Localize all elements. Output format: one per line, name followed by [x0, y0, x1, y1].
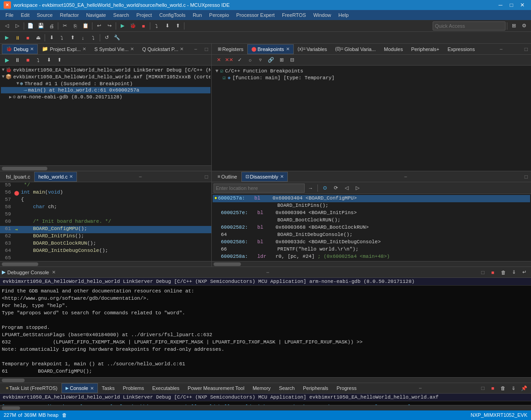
tab-executables[interactable]: Executables: [148, 383, 184, 393]
memory-reset[interactable]: ↺: [102, 33, 112, 43]
tree-item-2[interactable]: ▼ ⊕ Thread #1 1 (Suspended : Breakpoint): [1, 80, 210, 87]
debugger-console-close[interactable]: ✕: [52, 270, 56, 275]
toolbar-save-btn[interactable]: 💾: [36, 21, 46, 31]
console-clear[interactable]: 🗑: [498, 267, 508, 277]
debug-tree-pause[interactable]: ⏸: [12, 55, 22, 65]
code-hscroll[interactable]: [0, 261, 211, 266]
bp-show-supported[interactable]: ▿: [255, 55, 266, 65]
tab-progress[interactable]: Progress: [332, 383, 361, 393]
debug-tree-stop[interactable]: ■: [23, 55, 33, 65]
tab-registers[interactable]: ⊞ Registers: [214, 44, 247, 54]
toolbar-stop-btn[interactable]: ■: [138, 21, 148, 31]
disasm-sync[interactable]: ⟳: [331, 183, 341, 193]
bp-enable-all[interactable]: ✓: [235, 55, 245, 65]
menu-processorexpert[interactable]: Processor Expert: [233, 11, 278, 19]
tab-bp-close[interactable]: ✕: [286, 46, 290, 51]
btm-clear[interactable]: 🗑: [498, 383, 508, 393]
bottom-minimize[interactable]: −: [417, 385, 423, 391]
btm-hscroll[interactable]: [0, 405, 531, 410]
toolbar-debug-btn[interactable]: 🐞: [128, 21, 138, 31]
tab-disassembly[interactable]: ⊡ Disassembly ✕: [241, 172, 288, 182]
tab-symbol-close[interactable]: ✕: [130, 46, 134, 51]
menu-freertos[interactable]: FreeRTOS: [278, 11, 310, 19]
code-maximize[interactable]: □: [204, 174, 209, 180]
tab-search[interactable]: Search: [275, 383, 299, 393]
tab-peripherals-bottom[interactable]: Peripherals: [299, 383, 332, 393]
tab-debug[interactable]: 🐞 Debug ✕: [2, 44, 38, 54]
toolbar-undo-btn[interactable]: ↩: [94, 21, 104, 31]
resume-btn[interactable]: ▶: [2, 33, 12, 43]
bottom-console-output[interactable]: [MCUXpresso Semihosting Telnet console f…: [0, 401, 531, 405]
bp-maximize[interactable]: □: [523, 46, 529, 52]
debug-tree-stepover[interactable]: ⤵: [33, 55, 43, 65]
tab-fsl-lpuart[interactable]: fsl_lpuart.c: [2, 172, 34, 182]
menu-run[interactable]: Run: [189, 11, 205, 19]
btm-scroll[interactable]: ⇓: [509, 383, 519, 393]
step-into2[interactable]: ⬇: [46, 33, 56, 43]
toolbar-back-btn[interactable]: ◁: [2, 21, 12, 31]
btm-stop[interactable]: ■: [488, 383, 498, 393]
location-input[interactable]: [214, 184, 305, 193]
bp-delete[interactable]: ✕: [214, 55, 224, 65]
suspend-btn[interactable]: ⏸: [12, 33, 22, 43]
status-gc-icon[interactable]: 🗑: [62, 412, 67, 418]
toolbar-perspectives[interactable]: ⊞: [509, 21, 519, 31]
tab-peripherals[interactable]: Peripherals+: [407, 44, 444, 54]
tab-task-list[interactable]: ≡ Task List (FreeRTOS): [2, 383, 61, 393]
bp-collapse-all[interactable]: ⊟: [287, 55, 297, 65]
disconnect-btn[interactable]: ⏏: [33, 33, 43, 43]
bp-expand-all[interactable]: ⊞: [276, 55, 286, 65]
tab-project-explorer[interactable]: 📁 Project Expl... ✕: [38, 44, 90, 54]
debug-tree-resume[interactable]: ▶: [2, 55, 12, 65]
debug-hscroll[interactable]: [0, 165, 211, 171]
tree-item-0[interactable]: ▼ 🐞 evkbimxrt1050_EA_helloWorld_hello_wo…: [1, 67, 210, 73]
tab-quickstart-close[interactable]: ✕: [180, 46, 184, 51]
tab-quickstart[interactable]: Q Quickstart P... ✕: [138, 44, 188, 54]
tab-problems[interactable]: Problems: [119, 383, 148, 393]
tab-power-meas[interactable]: Power Measurement Tool: [184, 383, 249, 393]
menu-navigate[interactable]: Navigate: [82, 11, 109, 19]
toolbar-cut-btn[interactable]: ✂: [60, 21, 70, 31]
tab-breakpoints[interactable]: ⬤ Breakpoints ✕: [247, 44, 293, 54]
console-hscroll[interactable]: [0, 377, 531, 383]
console-stop[interactable]: ■: [488, 267, 498, 277]
menu-help[interactable]: Help: [335, 11, 352, 19]
disasm-link-pc[interactable]: ⊙: [320, 183, 330, 193]
bp-item-0[interactable]: ☑ ◈ [function: main] [type: Temporary]: [214, 74, 529, 81]
console-output[interactable]: Find the GDB manual and other documentat…: [0, 286, 531, 377]
quick-access-input[interactable]: [433, 21, 505, 31]
debug-tree-stepout[interactable]: ⬆: [54, 55, 64, 65]
debug-tree-stepinto[interactable]: ⬇: [44, 55, 54, 65]
toolbar-step-out[interactable]: ⬆: [173, 21, 183, 31]
step-asm[interactable]: ↓: [78, 33, 88, 43]
bp-delete-all[interactable]: ✕✕: [224, 55, 234, 65]
menu-file[interactable]: File: [2, 11, 17, 19]
toolbar-fwd-btn[interactable]: ▷: [12, 21, 22, 31]
toolbar-redo-btn[interactable]: ↪: [104, 21, 114, 31]
tab-global-vars[interactable]: (0)= Global Varia...: [331, 44, 380, 54]
maximize-button[interactable]: □: [506, 0, 516, 10]
toolbar-new-btn[interactable]: 📄: [26, 21, 36, 31]
tab-outline[interactable]: ≡ Outline: [214, 172, 241, 182]
bp-section-header[interactable]: ▼ ☑ C/C++ Function Breakpoints: [214, 67, 529, 74]
toolbar-step-over[interactable]: ⤵: [152, 21, 162, 31]
tree-item-4[interactable]: ▶ ⚙ arm-none-eabi-gdb (8.0.50.20171128): [1, 93, 210, 100]
tab-memory[interactable]: Memory: [249, 383, 275, 393]
debug-minimize[interactable]: −: [193, 46, 199, 52]
tab-console-close[interactable]: ✕: [90, 386, 94, 391]
minimize-button[interactable]: ─: [495, 0, 505, 10]
menu-window[interactable]: Window: [310, 11, 335, 19]
bottom-maximize[interactable]: □: [480, 385, 486, 391]
console-word-wrap[interactable]: ↵: [519, 267, 529, 277]
menu-refactor[interactable]: Refactor: [56, 11, 83, 19]
tab-modules[interactable]: Modules: [380, 44, 407, 54]
tab-hello-world[interactable]: hello_world.c ✕: [34, 172, 77, 182]
bp-link-editor[interactable]: 🔗: [266, 55, 276, 65]
terminate-btn[interactable]: ■: [23, 33, 33, 43]
bp-disable-all[interactable]: ○: [245, 55, 255, 65]
tab-console[interactable]: ▶ Console ✕: [61, 383, 97, 393]
toolbar-run-btn[interactable]: ▶: [117, 21, 128, 31]
disasm-hscroll[interactable]: [212, 261, 531, 266]
tab-debug-close[interactable]: ✕: [30, 46, 34, 51]
tab-variables[interactable]: (x)= Variables: [294, 44, 332, 54]
